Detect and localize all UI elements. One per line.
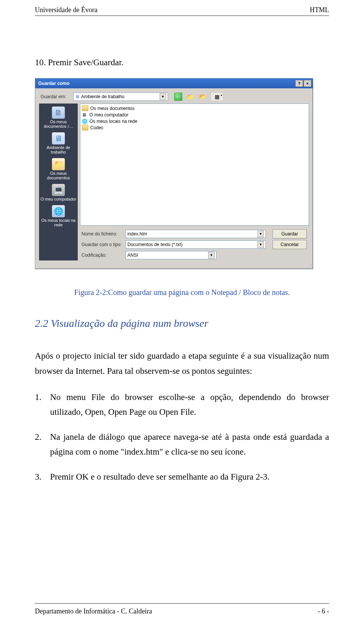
my-computer-icon: [82, 112, 88, 117]
places-recent-docs[interactable]: 🗎 Os meus documentos r…: [40, 105, 77, 130]
header-right: HTML: [310, 6, 329, 14]
list-text: Premir OK e o resultado deve ser semelha…: [50, 469, 329, 485]
list-item-label: Os meus locais na rede: [89, 119, 137, 124]
views-menu-icon[interactable]: ▦ ▾: [210, 92, 223, 101]
places-my-documents[interactable]: 📁 Os meus documentos: [40, 157, 77, 182]
folder-icon: [82, 125, 88, 130]
new-folder-icon[interactable]: 📂: [198, 93, 207, 101]
filename-value: index.htm: [127, 231, 147, 237]
list-text: No menu File do browser escolhe-se a opç…: [50, 390, 329, 420]
resize-grip-icon[interactable]: ⋰: [35, 264, 313, 269]
filetype-combo[interactable]: Documentos de texto (*.txt) ▼: [126, 240, 266, 249]
places-desktop[interactable]: 🖥 Ambiente de trabalho: [40, 131, 77, 156]
filename-label: Nome do ficheiro:: [80, 231, 126, 237]
places-bar: 🗎 Os meus documentos r… 🖥 Ambiente de tr…: [39, 104, 78, 260]
cancel-button[interactable]: Cancelar: [273, 240, 307, 249]
intro-paragraph: Após o projecto inicial ter sido guardad…: [35, 348, 329, 379]
footer-right: - 6 -: [318, 607, 329, 615]
dialog-titlebar[interactable]: Guardar como ? ×: [35, 78, 313, 88]
network-icon: [82, 119, 88, 124]
encoding-combo[interactable]: ANSI ▼: [126, 251, 217, 259]
places-label: Os meus locais na rede: [40, 218, 77, 227]
close-button[interactable]: ×: [304, 80, 311, 87]
save-button[interactable]: Guardar: [273, 229, 307, 238]
list-number: 2.: [35, 430, 50, 460]
numbered-list: 1. No menu File do browser escolhe-se a …: [35, 390, 329, 485]
chevron-down-icon[interactable]: ▼: [208, 252, 215, 259]
help-button[interactable]: ?: [295, 80, 303, 87]
recent-docs-icon: 🗎: [52, 107, 65, 119]
places-label: Os meus documentos r…: [40, 119, 77, 129]
my-computer-icon: 💻: [52, 184, 65, 196]
footer-rule: [35, 603, 329, 604]
list-item[interactable]: Codec: [82, 124, 307, 131]
save-in-label: Guardar em:: [41, 94, 73, 99]
up-one-level-icon[interactable]: 📁: [186, 93, 195, 101]
filename-combo[interactable]: index.htm ▼: [126, 230, 266, 238]
save-in-combo[interactable]: 🖥 Ambiente de trabalho ▼: [73, 93, 168, 101]
chevron-down-icon[interactable]: ▼: [257, 241, 264, 248]
chevron-down-icon[interactable]: ▼: [257, 231, 264, 237]
list-text: Na janela de diálogo que aparece navega-…: [50, 430, 329, 460]
list-item: 1. No menu File do browser escolhe-se a …: [35, 390, 329, 420]
list-item: 2. Na janela de diálogo que aparece nave…: [35, 430, 329, 460]
places-label: Os meus documentos: [40, 171, 77, 180]
folder-icon: [82, 105, 88, 111]
list-item[interactable]: Os meus locais na rede: [82, 118, 307, 124]
section-heading: 2.2 Visualização da página num browser: [35, 317, 329, 329]
encoding-label: Codificação:: [80, 253, 126, 258]
filetype-value: Documentos de texto (*.txt): [127, 242, 182, 247]
places-label: Ambiente de trabalho: [40, 145, 77, 154]
list-number: 1.: [35, 390, 50, 420]
views-icon: ▦: [215, 94, 220, 100]
filetype-label: Guardar com o tipo:: [80, 242, 126, 247]
figure-caption: Figura 2-2:Como guardar uma página com o…: [35, 288, 329, 297]
places-label: O meu computador: [40, 197, 77, 201]
my-documents-icon: 📁: [52, 158, 65, 170]
back-icon[interactable]: ←: [174, 93, 182, 101]
network-places-icon: 🌐: [52, 205, 65, 217]
chevron-down-icon[interactable]: ▼: [160, 93, 166, 100]
list-item-label: Os meus documentos: [90, 106, 135, 111]
list-number: 3.: [35, 469, 50, 485]
list-item[interactable]: O meu computador: [82, 111, 307, 118]
list-item-label: O meu computador: [89, 112, 129, 118]
step-10: 10. Premir Save/Guardar.: [35, 58, 329, 67]
footer-left: Departamento de Informática - C. Caldeir…: [35, 607, 152, 615]
desktop-icon: 🖥: [75, 94, 80, 99]
save-as-dialog: Guardar como ? × Guardar em: 🖥 Ambiente …: [35, 78, 313, 269]
list-item: 3. Premir OK e o resultado deve ser seme…: [35, 469, 329, 485]
save-in-value: Ambiente de trabalho: [81, 94, 124, 99]
dialog-title: Guardar como: [37, 81, 295, 86]
chevron-down-icon[interactable]: ▾: [221, 94, 222, 97]
list-item[interactable]: Os meus documentos: [82, 105, 307, 111]
encoding-value: ANSI: [127, 253, 138, 258]
file-listing[interactable]: Os meus documentos O meu computador Os m…: [80, 104, 309, 226]
header-left: Universidade de Évora: [35, 6, 97, 14]
list-item-label: Codec: [90, 125, 104, 130]
places-network[interactable]: 🌐 Os meus locais na rede: [40, 204, 77, 229]
desktop-icon: 🖥: [52, 132, 65, 144]
places-my-computer[interactable]: 💻 O meu computador: [40, 182, 77, 203]
